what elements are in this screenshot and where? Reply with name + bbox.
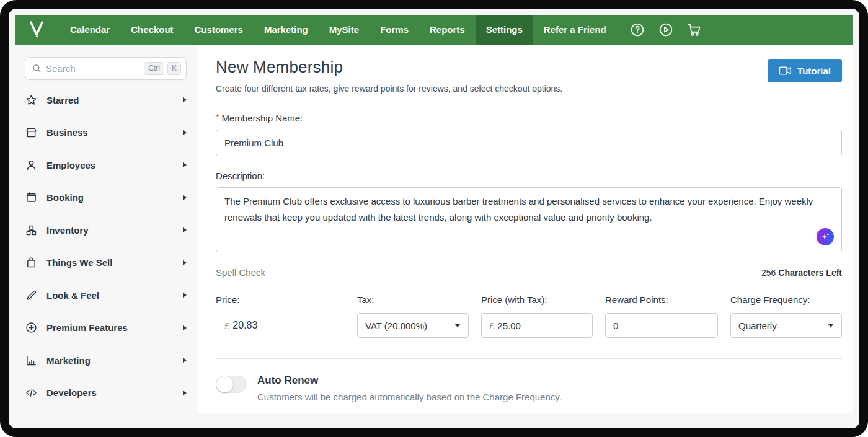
- sidebar-item-label: Look & Feel: [46, 290, 99, 301]
- sidebar-item-label: Starred: [46, 95, 79, 105]
- help-icon: [629, 22, 645, 38]
- tutorial-button[interactable]: Tutorial: [768, 59, 842, 82]
- charge-frequency-select[interactable]: Quarterly: [730, 313, 842, 338]
- main-panel: New Membership Create four different tax…: [197, 45, 853, 413]
- nav-item-marketing[interactable]: Marketing: [254, 15, 319, 45]
- ctrl-key-chip: Ctrl: [144, 62, 164, 74]
- search-icon: [32, 63, 42, 74]
- chevron-right-icon: [183, 130, 187, 135]
- sidebar-search[interactable]: Ctrl K: [25, 57, 187, 80]
- plus-circle-icon: [25, 321, 38, 334]
- code-icon: [25, 386, 38, 399]
- sidebar-item-marketing[interactable]: Marketing: [25, 344, 187, 377]
- person-icon: [25, 159, 38, 172]
- sidebar-item-look-and-feel[interactable]: Look & Feel: [25, 279, 187, 312]
- sidebar-menu: Starred Business: [25, 84, 187, 409]
- calendar-icon: [25, 191, 38, 204]
- spell-check-link[interactable]: Spell Check: [216, 267, 265, 278]
- play-icon: [658, 22, 674, 38]
- divider: [216, 358, 842, 359]
- sidebar-item-label: Employees: [46, 160, 95, 170]
- nav-item-settings[interactable]: Settings: [476, 15, 533, 45]
- nav-item-reports[interactable]: Reports: [419, 15, 476, 45]
- sidebar-item-label: Things We Sell: [46, 257, 112, 268]
- chevron-right-icon: [183, 260, 187, 265]
- nav-item-customers[interactable]: Customers: [184, 15, 254, 45]
- top-navbar: Calendar Checkout Customers Marketing My…: [15, 15, 853, 45]
- page-title: New Membership: [216, 58, 562, 77]
- vagaro-logo-icon[interactable]: [24, 18, 50, 42]
- membership-name-label: *Membership Name:: [216, 113, 303, 123]
- tutorial-button-label: Tutorial: [797, 66, 831, 76]
- sidebar-item-developers[interactable]: Developers: [25, 377, 187, 410]
- cart-icon: [686, 22, 702, 38]
- reward-points-input[interactable]: 0: [605, 313, 718, 338]
- ai-assist-button[interactable]: [817, 228, 834, 245]
- description-label: Description:: [216, 170, 265, 181]
- storefront-icon: [25, 126, 38, 139]
- sidebar-item-label: Premium Features: [46, 322, 128, 333]
- price-field: Price: £ 20.83: [216, 294, 345, 338]
- sidebar-item-premium-features[interactable]: Premium Features: [25, 312, 187, 345]
- nav-item-mysite[interactable]: MySite: [319, 15, 370, 45]
- sparkles-icon: [820, 232, 831, 242]
- characters-left-counter: 256 Characters Left: [761, 268, 842, 278]
- sidebar-item-starred[interactable]: Starred: [25, 84, 187, 117]
- sidebar-item-label: Inventory: [46, 225, 89, 236]
- sidebar-item-label: Marketing: [46, 355, 91, 366]
- auto-renew-toggle[interactable]: [216, 376, 247, 393]
- app-frame: Calendar Checkout Customers Marketing My…: [0, 0, 868, 437]
- nav-item-checkout[interactable]: Checkout: [120, 15, 184, 45]
- price-with-tax-label: Price (with Tax):: [481, 294, 593, 305]
- chevron-right-icon: [183, 293, 187, 298]
- sidebar-item-business[interactable]: Business: [25, 117, 187, 149]
- auto-renew-title: Auto Renew: [257, 374, 562, 387]
- help-button[interactable]: [629, 22, 645, 38]
- nav-item-forms[interactable]: Forms: [370, 15, 419, 45]
- charge-frequency-label: Charge Frequency:: [730, 294, 842, 305]
- price-with-tax-field: Price (with Tax): £ 25.00: [481, 294, 593, 338]
- sidebar-item-things-we-sell[interactable]: Things We Sell: [25, 247, 187, 280]
- sidebar: Ctrl K Starred: [15, 45, 197, 413]
- chevron-down-icon: [454, 324, 461, 327]
- chevron-right-icon: [183, 195, 187, 200]
- nav-item-refer-a-friend[interactable]: Refer a Friend: [533, 15, 617, 45]
- shopping-bag-icon: [25, 256, 38, 269]
- pencil-icon: [25, 289, 38, 302]
- currency-symbol: £: [489, 320, 494, 331]
- tax-field: Tax: VAT (20.000%): [357, 294, 469, 338]
- reward-points-field: Reward Points: 0: [605, 294, 718, 338]
- cart-button[interactable]: [686, 22, 702, 38]
- price-with-tax-input[interactable]: £ 25.00: [481, 313, 593, 338]
- chevron-right-icon: [183, 391, 187, 395]
- sidebar-item-label: Business: [46, 127, 88, 138]
- sidebar-item-label: Developers: [46, 387, 97, 398]
- description-textarea[interactable]: The Premium Club offers exclusive access…: [216, 187, 842, 252]
- tax-label: Tax:: [357, 294, 469, 305]
- video-tutorials-button[interactable]: [658, 22, 674, 38]
- search-input[interactable]: [42, 63, 141, 74]
- auto-renew-description: Customers will be charged automatically …: [257, 392, 562, 402]
- toggle-knob: [216, 376, 233, 392]
- chevron-right-icon: [183, 162, 187, 167]
- sidebar-item-inventory[interactable]: Inventory: [25, 214, 187, 247]
- star-icon: [25, 94, 38, 107]
- page-subtitle: Create four different tax rates, give re…: [216, 84, 562, 94]
- membership-name-input[interactable]: [216, 130, 842, 156]
- bar-chart-icon: [25, 354, 38, 367]
- sidebar-item-booking[interactable]: Booking: [25, 182, 187, 214]
- tax-select[interactable]: VAT (20.000%): [357, 313, 469, 338]
- boxes-icon: [25, 224, 38, 237]
- currency-symbol: £: [224, 320, 229, 331]
- k-key-chip: K: [167, 62, 181, 74]
- sidebar-item-employees[interactable]: Employees: [25, 149, 187, 182]
- nav-item-calendar[interactable]: Calendar: [60, 15, 120, 45]
- chevron-right-icon: [183, 227, 187, 232]
- video-camera-icon: [779, 65, 792, 76]
- sidebar-item-label: Booking: [46, 192, 84, 203]
- reward-points-label: Reward Points:: [605, 294, 718, 305]
- price-label: Price:: [216, 294, 345, 305]
- chevron-right-icon: [183, 325, 187, 330]
- price-value: £ 20.83: [216, 313, 345, 338]
- chevron-right-icon: [183, 97, 187, 102]
